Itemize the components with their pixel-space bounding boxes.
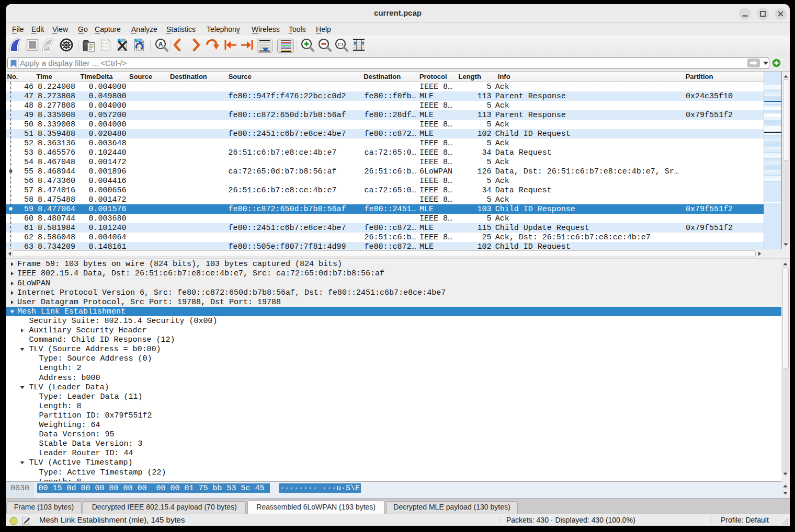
svg-text:1:1: 1:1	[337, 42, 344, 47]
svg-text:0111: 0111	[103, 48, 110, 52]
svg-text:A: A	[158, 41, 163, 48]
